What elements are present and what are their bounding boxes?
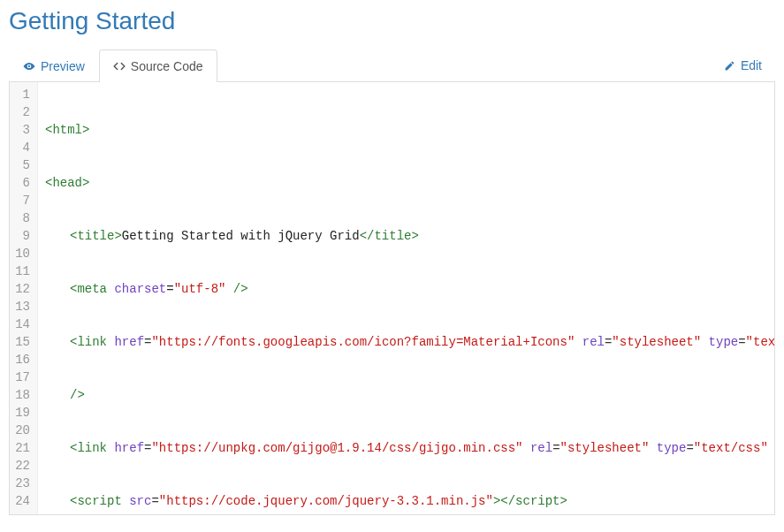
line-number: 13 bbox=[13, 298, 30, 315]
edit-link[interactable]: Edit bbox=[724, 49, 775, 81]
line-number: 15 bbox=[13, 333, 30, 351]
edit-label: Edit bbox=[741, 58, 762, 72]
line-number: 8 bbox=[13, 209, 30, 227]
code-content[interactable]: <html> <head> <title>Getting Started wit… bbox=[38, 82, 774, 514]
line-number: 5 bbox=[13, 156, 30, 174]
eye-icon bbox=[23, 60, 35, 72]
code-editor: 123456789101112131415161718192021222324 … bbox=[9, 82, 775, 515]
tab-preview[interactable]: Preview bbox=[9, 49, 99, 82]
line-number: 4 bbox=[13, 139, 30, 156]
line-number: 23 bbox=[13, 475, 30, 492]
tabs: Preview Source Code Edit bbox=[9, 49, 775, 82]
line-number: 10 bbox=[13, 245, 30, 262]
page-title: Getting Started bbox=[9, 7, 775, 35]
line-number: 2 bbox=[13, 103, 30, 121]
pencil-icon bbox=[724, 60, 735, 72]
line-number: 12 bbox=[13, 280, 30, 298]
line-gutter: 123456789101112131415161718192021222324 bbox=[10, 82, 38, 514]
line-number: 11 bbox=[13, 262, 30, 280]
tab-source-label: Source Code bbox=[131, 59, 203, 73]
line-number: 18 bbox=[13, 386, 30, 404]
line-number: 9 bbox=[13, 227, 30, 245]
line-number: 19 bbox=[13, 404, 30, 422]
line-number: 7 bbox=[13, 192, 30, 209]
line-number: 20 bbox=[13, 422, 30, 439]
line-number: 24 bbox=[13, 492, 30, 510]
line-number: 3 bbox=[13, 121, 30, 139]
line-number: 1 bbox=[13, 86, 30, 103]
line-number: 14 bbox=[13, 315, 30, 333]
line-number: 17 bbox=[13, 369, 30, 386]
line-number: 22 bbox=[13, 457, 30, 475]
code-icon bbox=[113, 60, 126, 72]
line-number: 16 bbox=[13, 351, 30, 369]
line-number: 21 bbox=[13, 439, 30, 457]
line-number: 6 bbox=[13, 174, 30, 192]
tab-source-code[interactable]: Source Code bbox=[99, 49, 217, 82]
tab-preview-label: Preview bbox=[41, 59, 85, 73]
